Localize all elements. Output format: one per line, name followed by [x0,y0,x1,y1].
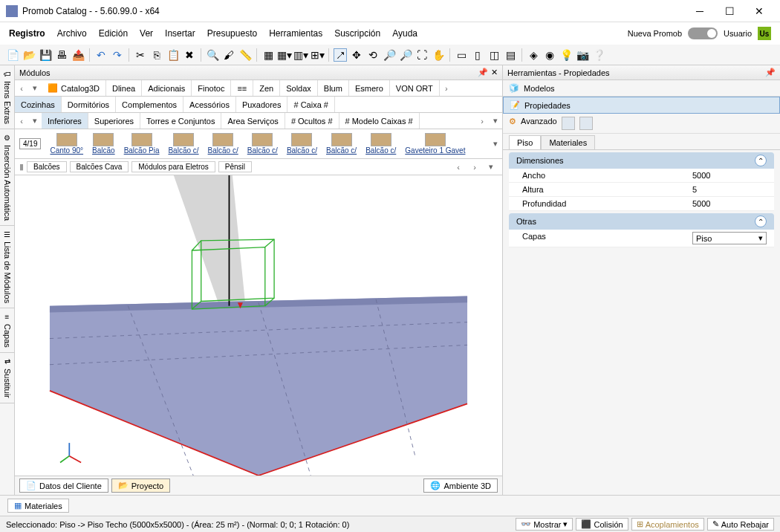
paste-icon[interactable]: 📋 [166,48,180,62]
nav-superiores[interactable]: Superiores [88,113,140,129]
propiedades-row[interactable]: 📝 Propiedades [503,97,780,114]
chevron-down-icon[interactable]: ▾ [28,116,42,126]
shade-icon[interactable]: ◉ [543,48,556,62]
page-indicator[interactable]: 4/19 [19,138,41,149]
nav-prev-icon[interactable]: ‹ [452,163,465,172]
nav-finotoc[interactable]: Finotoc [192,80,231,96]
tab-datos-cliente[interactable]: 📄Datos del Cliente [19,479,108,493]
filter-pensil[interactable]: Pênsil [218,161,252,172]
nav-next-icon[interactable]: › [468,163,481,172]
nav-blum[interactable]: Blum [318,80,349,96]
thumb-item[interactable]: Canto 90° [45,133,88,155]
thumb-item[interactable]: Balcão c/ [243,133,282,155]
close-button[interactable]: ✕ [744,1,774,22]
nav-cozinhas[interactable]: Cozinhas [15,97,62,112]
menu-suscripcion[interactable]: Suscripción [334,28,380,39]
fit-icon[interactable]: ⛶ [415,48,429,62]
camera-icon[interactable]: 📷 [576,48,589,62]
copy-icon[interactable]: ⎘ [150,48,163,62]
nav-puxadores[interactable]: Puxadores [236,97,288,112]
delete-icon[interactable]: ✖ [183,48,196,62]
render-icon[interactable]: 💡 [559,48,573,62]
nav-adicionais[interactable]: Adicionais [142,80,192,96]
materiales-button[interactable]: ▦Materiales [7,499,69,513]
thumb-item[interactable]: Balcão c/ [322,133,361,155]
menu-edicion[interactable]: Edición [99,28,128,39]
modelos-row[interactable]: 🧊 Modelos [503,80,780,97]
user-badge[interactable]: Us [758,27,771,40]
capas-select[interactable]: Piso▾ [692,232,767,244]
view2-icon[interactable]: ▯ [471,48,484,62]
nav-prev-icon[interactable]: ‹ [15,84,28,93]
zoom-icon[interactable]: 🔎 [383,48,396,62]
nav-vonort[interactable]: VON ORT [390,80,440,96]
auto-rebajar-button[interactable]: ✎Auto Rebajar [707,518,774,531]
filter-eletros[interactable]: Módulos para Eletros [131,161,215,172]
tool-button[interactable] [579,117,593,130]
pointer-icon[interactable]: ⭧ [334,48,347,62]
ancho-value[interactable]: 5000 [692,171,767,180]
cut-icon[interactable]: ✂ [134,48,147,62]
maximize-button[interactable]: ☐ [715,1,744,22]
nav-next-icon[interactable]: › [440,84,453,93]
sidebar-tab-capas[interactable]: ≡Capas [0,308,14,353]
menu-registro[interactable]: Registro [9,28,45,39]
menu-archivo[interactable]: Archivo [57,28,87,39]
redo-icon[interactable]: ↷ [111,48,124,62]
stack-icon[interactable]: ▥▾ [294,48,308,62]
thumb-item[interactable]: Gaveteiro 1 Gavet [400,133,469,155]
wire-icon[interactable]: ◈ [527,48,540,62]
nav-soldax[interactable]: Soldax [280,80,318,96]
thumb-item[interactable]: Balcão c/ [361,133,400,155]
nav-dormitorios[interactable]: Dormitórios [62,97,116,112]
nueva-promob-switch[interactable] [688,27,718,39]
export-icon[interactable]: 📤 [71,48,85,62]
view1-icon[interactable]: ▭ [455,48,468,62]
nav-complementos[interactable]: Complementos [116,97,183,112]
open-icon[interactable]: 📂 [22,48,36,62]
nav-next-icon[interactable]: › [475,117,489,126]
thumb-item[interactable]: Balcão c/ [282,133,322,155]
altura-value[interactable]: 5 [692,185,767,194]
collapse-icon[interactable]: ⌃ [755,215,767,227]
save-icon[interactable]: 💾 [39,48,52,62]
filter-cava[interactable]: Balcões Cava [70,161,129,172]
zoom-out-icon[interactable]: 🔎 [399,48,412,62]
boxes-icon[interactable]: ▦▾ [278,48,291,62]
nav-acessorios[interactable]: Acessórios [183,97,236,112]
rotate-icon[interactable]: ⟲ [366,48,380,62]
tab-materiales[interactable]: Materiales [541,135,595,149]
nav-eq[interactable]: ≡≡ [231,80,253,96]
nav-modelo[interactable]: # Modelo Caixas # [339,113,420,129]
brush-icon[interactable]: 🖌 [222,48,235,62]
sidebar-tab-lista[interactable]: ☰Lista de Módulos [0,226,14,308]
avanzado-label[interactable]: Avanzado [521,117,557,130]
nav-zen[interactable]: Zen [253,80,280,96]
sidebar-tab-insercion[interactable]: ⚙Inserción Automática [0,129,14,226]
new-icon[interactable]: 📄 [6,48,19,62]
box-icon[interactable]: ▦ [261,48,275,62]
thumb-item[interactable]: Balcão c/ [204,133,243,155]
nav-ocultos[interactable]: # Ocultos # [285,113,339,129]
search-icon[interactable]: 🔍 [206,48,219,62]
nav-caixa[interactable]: # Caixa # [287,97,334,112]
nav-area[interactable]: Area Serviços [221,113,285,129]
thumb-item[interactable]: Balcão c/ [163,133,203,155]
tab-ambiente-3d[interactable]: 🌐Ambiente 3D [423,479,498,493]
tab-proyecto[interactable]: 📂Proyecto [111,479,170,493]
menu-ver[interactable]: Ver [140,28,153,39]
pin-icon[interactable]: 📌 [765,68,776,77]
chevron-down-icon[interactable]: ▾ [489,139,502,149]
nav-inferiores[interactable]: Inferiores [42,113,88,129]
nav-esmero[interactable]: Esmero [349,80,390,96]
menu-ayuda[interactable]: Ayuda [392,28,417,39]
nav-dlinea[interactable]: Dlinea [106,80,142,96]
chevron-down-icon[interactable]: ▾ [489,116,502,126]
grid-icon[interactable]: ⊞▾ [311,48,324,62]
collapse-icon[interactable]: ⌃ [755,155,767,166]
pin-icon[interactable]: 📌 [478,68,488,77]
help-icon[interactable]: ❔ [592,48,605,62]
sidebar-tab-itens[interactable]: 🏷Itens Extras [0,65,14,129]
nav-catalog3d[interactable]: 🟧Catalog3D [42,80,106,96]
mostrar-button[interactable]: 👓Mostrar▾ [516,518,573,531]
